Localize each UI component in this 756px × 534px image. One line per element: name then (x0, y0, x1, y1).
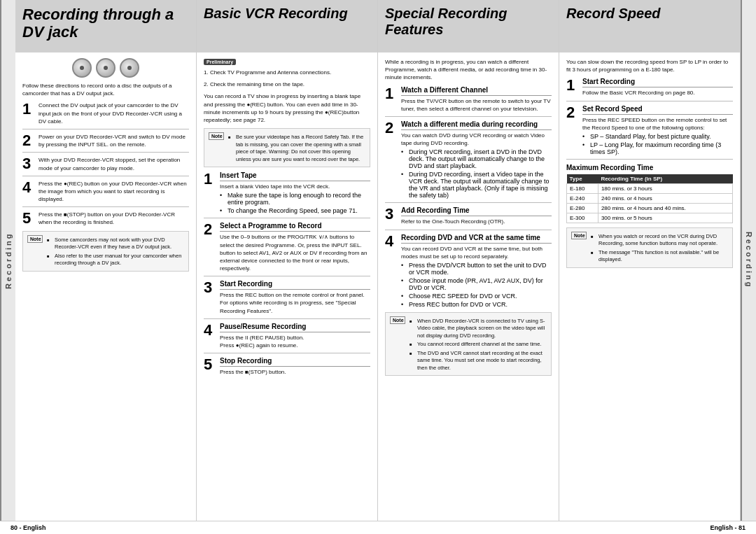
step-num: 1 (204, 171, 216, 187)
col3-step-3: 3 Add Recording Time Refer to the One-To… (385, 206, 552, 225)
note-bullet-2: Also refer to the user manual for your c… (47, 253, 184, 267)
table-row: E-280 280 mins. or 4 hours and 40 mins. (567, 203, 733, 213)
col4-note: Note When you watch or record on the VCR… (566, 227, 733, 268)
note-bullet-2: The message "This function is not availa… (591, 249, 728, 264)
prelim-step-2: 2. Check the remaining time on the tape. (204, 80, 370, 88)
footer-left: 80 - English (10, 524, 46, 531)
col1-step-3: 3 With your DVD Recorder-VCR stopped, se… (22, 156, 189, 171)
step-bullet-1: During VCR recording, insert a DVD in th… (401, 148, 552, 169)
note-label: Note (390, 316, 405, 324)
step-title: Add Recording Time (401, 206, 552, 216)
note-label: Note (571, 232, 587, 239)
step-bullet-4: Press REC button for DVD or VCR. (401, 301, 552, 308)
max-recording-title: Maximum Recording Time (566, 164, 733, 171)
step-num: 2 (566, 105, 579, 120)
col3-step-2: 2 Watch a different media during recordi… (385, 120, 552, 199)
step-title: Start Recording (582, 78, 733, 87)
step-num: 1 (566, 78, 579, 93)
step-body: You can watch DVD during VCR recording o… (401, 132, 552, 147)
col1-note: Note Some camcorders may not work with y… (22, 231, 189, 272)
step-bullet-2: Choose input mode (PR, AV1, AV2 AUX, DV)… (401, 277, 552, 291)
step-body: You can record DVD and VCR at the same t… (401, 245, 552, 260)
note-bullet-2: You cannot record different channel at t… (410, 341, 547, 349)
table-row: E-180 180 mins. or 3 hours (567, 183, 733, 193)
column-special-recording: Special Recording Features While a recor… (378, 0, 559, 521)
step-num: 1 (22, 101, 35, 117)
col3-note: Note When DVD Recorder-VCR is connected … (385, 312, 552, 377)
step-bullet-3: Choose REC SPEED for DVD or VCR. (401, 293, 552, 300)
step-num: 2 (22, 133, 35, 148)
note-content: Be sure your videotape has a Record Safe… (228, 132, 365, 163)
note-bullet-1: When you watch or record on the VCR duri… (591, 233, 728, 248)
col2-step-4: 4 Pause/Resume Recording Press the II (R… (204, 323, 370, 349)
col1-step-2: 2 Power on your DVD Recorder-VCR and swi… (22, 133, 189, 148)
step-num: 5 (22, 211, 35, 226)
step-num: 1 (385, 86, 398, 101)
step-title: Recording DVD and VCR at the same time (401, 234, 552, 244)
col2-step-5: 5 Stop Recording Press the ■(STOP) butto… (204, 357, 370, 376)
step-body: Follow the Basic VCR Recording on page 8… (582, 89, 733, 97)
col2-note-top: Note Be sure your videotape has a Record… (204, 128, 370, 167)
step-bullet-2: To change the Recording Speed, see page … (220, 207, 370, 214)
step-bullet-1: Make sure the tape is long enough to rec… (220, 192, 370, 206)
note-bullet-1: When DVD Recorder-VCR is connected to TV… (410, 318, 547, 340)
step-body: Press the ■(STOP) button on your DVD Rec… (38, 211, 189, 226)
step-title: Select a Programme to Record (220, 222, 370, 232)
disc-icon-2 (96, 58, 115, 78)
step-bullet-2: During DVD recording, insert a Video tap… (401, 171, 552, 199)
disc-icon-1 (72, 58, 92, 78)
prelim-badge: Preliminary (204, 59, 236, 65)
note-bullet-1: Some camcorders may not work with your D… (47, 237, 184, 251)
col2-step-1: 1 Insert Tape Insert a blank Video tape … (204, 171, 370, 214)
disc-icon-3 (120, 58, 139, 78)
col1-title: Recording through a DV jack (22, 6, 189, 41)
step-body: Press the REC button on the remote contr… (220, 291, 370, 315)
step-title: Watch a different media during recording (401, 120, 552, 130)
step-num: 3 (22, 156, 35, 171)
step-num: 4 (204, 323, 216, 338)
col3-step-4: 4 Recording DVD and VCR at the same time… (385, 234, 552, 308)
step-title: Start Recording (220, 280, 370, 290)
step-num: 4 (22, 180, 35, 195)
col1-step-1: 1 Connect the DV output jack of your cam… (22, 101, 189, 125)
step-body: Refer to the One-Touch Recording (OTR). (401, 218, 552, 225)
step-bullet-1: Press the DVD/VCR button to set the unit… (401, 262, 552, 276)
column-basic-vcr: Basic VCR Recording Preliminary 1. Check… (197, 0, 378, 521)
step-body: Press the REC SPEED button on the remote… (582, 116, 733, 132)
prelim-step-1: 1. Check TV Programme and Antenna connec… (204, 69, 370, 76)
step-body: With your DVD Recorder-VCR stopped, set … (38, 156, 189, 171)
right-sidebar-recording: Recording (741, 0, 756, 521)
prelim-badge-container: Preliminary (204, 58, 370, 69)
note-bullet: Be sure your videotape has a Record Safe… (228, 134, 365, 163)
step-title: Set Record Speed (582, 105, 733, 115)
note-content: Some camcorders may not work with your D… (47, 235, 184, 267)
step-bullet-2: LP – Long Play, for maximum recording ti… (582, 141, 733, 155)
right-sidebar-label: Recording (745, 232, 753, 288)
step-body: Press the II (REC PAUSE) button.Press ●(… (220, 334, 370, 349)
step-body: Press the ●(REC) button on your DVD Reco… (38, 180, 189, 204)
step-num: 2 (204, 222, 216, 237)
footer-right: English - 81 (710, 524, 746, 531)
step-body: Use the 0–9 buttons or the PROG/TRK ∨/∧ … (220, 233, 370, 272)
col4-step-1: 1 Start Recording Follow the Basic VCR R… (566, 78, 733, 97)
step-title: Watch a Different Channel (401, 86, 552, 96)
column-record-speed: Record Speed You can slow down the recor… (559, 0, 741, 521)
page-footer: 80 - English English - 81 (0, 521, 756, 534)
col2-intro: You can record a TV show in progress by … (204, 92, 370, 124)
recording-time-table: Type Recording Time (in SP) E-180 180 mi… (566, 174, 733, 223)
step-num: 3 (385, 206, 398, 222)
step-title: Stop Recording (220, 357, 370, 367)
note-label: Note (209, 132, 224, 140)
table-row: E-240 240 mins. or 4 hours (567, 193, 733, 203)
left-sidebar-label: Recording (4, 232, 13, 288)
col1-step-5: 5 Press the ■(STOP) button on your DVD R… (22, 211, 189, 226)
note-label: Note (27, 235, 43, 243)
step-num: 2 (385, 120, 398, 136)
step-body: Insert a blank Video tape into the VCR d… (220, 183, 370, 190)
col2-header: Basic VCR Recording (197, 0, 377, 52)
col4-header: Record Speed (559, 0, 740, 52)
col3-header: Special Recording Features (378, 0, 559, 52)
step-num: 4 (385, 234, 398, 249)
col1-header: Recording through a DV jack (15, 0, 196, 52)
col4-intro: You can slow down the recording speed fr… (566, 58, 733, 73)
